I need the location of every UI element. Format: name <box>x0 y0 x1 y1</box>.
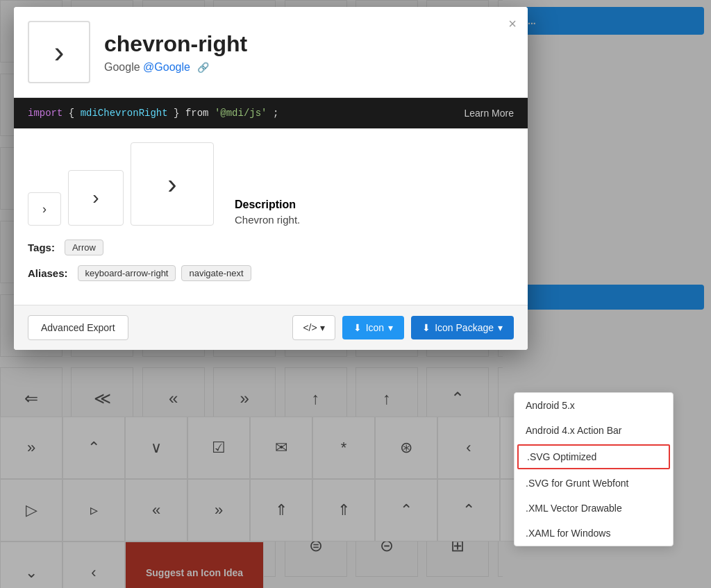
modal-title-block: chevron-right Google @Google 🔗 <box>104 31 247 74</box>
code-dropdown-arrow: ▾ <box>320 322 325 333</box>
code-variable-name: mdiChevronRight <box>81 108 168 119</box>
dropdown-item-svg-optimized[interactable]: .SVG Optimized <box>517 444 670 469</box>
code-import-keyword: import <box>28 108 62 119</box>
code-snippet: import { mdiChevronRight } from '@mdi/js… <box>28 108 278 119</box>
chevron-preview-lg-icon: › <box>167 169 176 200</box>
download-icon: ⬇ <box>353 322 362 333</box>
icon-package-dropdown: Android 5.x Android 4.x Action Bar .SVG … <box>514 392 674 546</box>
code-open-brace: { <box>69 108 81 119</box>
chevron-preview-md-icon: › <box>92 187 99 209</box>
code-close-brace: } <box>174 108 185 119</box>
description-label: Description <box>235 199 300 211</box>
icon-dropdown-arrow: ▾ <box>388 322 393 333</box>
description-value: Chevron right. <box>235 214 300 226</box>
chevron-preview-sm-icon: › <box>42 202 47 217</box>
aliases-label: Aliases: <box>28 267 68 279</box>
modal-body: › › › Description Chevron right. Tags: A… <box>14 128 528 305</box>
modal-close-button[interactable]: × <box>508 17 517 31</box>
external-link-icon: 🔗 <box>197 62 209 73</box>
modal-footer: Advanced Export </> ▾ ⬇ Icon ▾ ⬇ Icon Pa… <box>14 305 528 350</box>
icon-package-button[interactable]: ⬇ Icon Package ▾ <box>411 316 514 339</box>
dropdown-item-xml-vector[interactable]: .XML Vector Drawable <box>515 496 673 521</box>
modal-icon-preview: › <box>28 21 90 83</box>
author-label: Google <box>104 61 140 73</box>
alias-chip-1[interactable]: navigate-next <box>181 265 251 281</box>
aliases-row: Aliases: keyboard-arrow-right navigate-n… <box>28 265 514 281</box>
icon-download-label: Icon <box>366 322 384 333</box>
tags-label: Tags: <box>28 242 55 253</box>
advanced-export-button[interactable]: Advanced Export <box>28 315 128 340</box>
pkg-dropdown-arrow: ▾ <box>498 322 503 333</box>
code-export-button[interactable]: </> ▾ <box>292 315 335 340</box>
code-semicolon: ; <box>273 108 278 119</box>
code-import-bar: import { mdiChevronRight } from '@mdi/js… <box>14 98 528 128</box>
dropdown-item-android5[interactable]: Android 5.x <box>515 393 673 418</box>
icon-description-block: Description Chevron right. <box>235 199 300 226</box>
tags-row: Tags: Arrow <box>28 240 514 255</box>
learn-more-link[interactable]: Learn More <box>464 108 514 119</box>
code-module-string: '@mdi/js' <box>215 108 267 119</box>
icon-pkg-label: Icon Package <box>435 322 494 333</box>
package-icon: ⬇ <box>422 322 430 333</box>
icon-preview-sizes: › › › Description Chevron right. <box>28 142 514 226</box>
alias-chip-0[interactable]: keyboard-arrow-right <box>78 265 176 281</box>
icon-name-title: chevron-right <box>104 31 247 57</box>
icon-detail-modal: › chevron-right Google @Google 🔗 × impor… <box>14 7 528 350</box>
dropdown-item-xaml[interactable]: .XAML for Windows <box>515 521 673 546</box>
code-from-keyword: from <box>185 108 209 119</box>
tag-chip-arrow[interactable]: Arrow <box>65 240 103 255</box>
code-icon: </> <box>303 322 317 333</box>
preview-small: › <box>28 192 61 226</box>
modal-header: › chevron-right Google @Google 🔗 × <box>14 7 528 98</box>
icon-author: Google @Google 🔗 <box>104 61 247 74</box>
dropdown-item-android4[interactable]: Android 4.x Action Bar <box>515 418 673 443</box>
preview-medium: › <box>68 170 124 226</box>
preview-large: › <box>131 142 214 226</box>
icon-download-button[interactable]: ⬇ Icon ▾ <box>342 316 404 339</box>
chevron-right-icon: › <box>54 35 65 69</box>
author-handle-link[interactable]: @Google <box>143 61 190 73</box>
dropdown-item-svg-grunt[interactable]: .SVG for Grunt Webfont <box>515 471 673 496</box>
